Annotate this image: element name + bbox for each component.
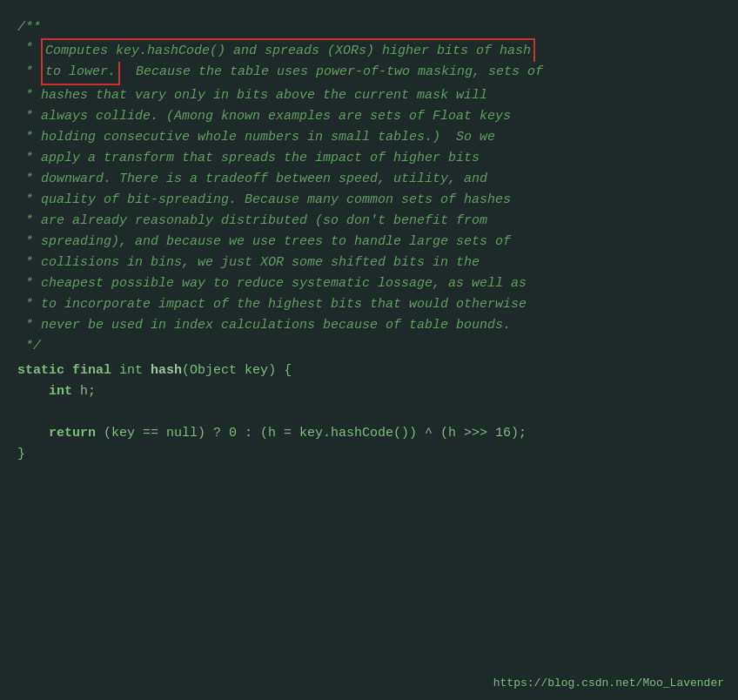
code-line-13: * to incorporate impact of the highest b…	[17, 294, 721, 315]
code-line-12: * cheapest possible way to reduce system…	[17, 273, 721, 294]
highlighted-line-2a: to lower.	[41, 62, 120, 85]
line-prefix-6: *	[17, 148, 41, 169]
code-block: /** * Computes key.hashCode() and spread…	[0, 0, 738, 482]
code-line-10: * spreading), and because we use trees t…	[17, 232, 721, 252]
return-content: (key == null) ? 0 : (h = key.hashCode())…	[96, 423, 527, 444]
line-prefix-9: *	[17, 211, 41, 232]
line-content-8: quality of bit-spreading. Because many c…	[41, 190, 511, 211]
line-prefix-3: *	[17, 85, 41, 106]
space2	[111, 360, 119, 381]
line-prefix-8: *	[17, 190, 41, 211]
comment-open: /**	[17, 17, 41, 38]
highlighted-line-2b: Because the table uses power-of-two mask…	[120, 62, 543, 83]
line-prefix-13: *	[17, 294, 41, 315]
line-prefix-1: *	[17, 38, 41, 59]
line-prefix-10: *	[17, 232, 41, 252]
line-prefix-7: *	[17, 169, 41, 190]
code-line-6: * apply a transform that spreads the imp…	[17, 148, 721, 169]
footer-url: https://blog.csdn.net/Moo_Lavender	[493, 676, 724, 690]
line-content-12: cheapest possible way to reduce systemat…	[41, 273, 527, 294]
line-prefix-2: *	[17, 62, 41, 83]
return-line: return (key == null) ? 0 : (h = key.hash…	[17, 423, 721, 444]
keyword-static: static	[17, 360, 64, 381]
method-signature-line: static final int hash(Object key) {	[17, 360, 721, 381]
code-line-11: * collisions in bins, we just XOR some s…	[17, 252, 721, 273]
line-prefix-12: *	[17, 273, 41, 294]
keyword-final: final	[72, 360, 111, 381]
comment-close-line: */	[17, 336, 721, 357]
line-content-14: never be used in index calculations beca…	[41, 315, 511, 336]
line-content-13: to incorporate impact of the highest bit…	[41, 294, 527, 315]
space1	[64, 360, 72, 381]
code-line-9: * are already reasonably distributed (so…	[17, 211, 721, 232]
line-content-6: apply a transform that spreads the impac…	[41, 148, 480, 169]
line-prefix-14: *	[17, 315, 41, 336]
line-prefix-4: *	[17, 106, 41, 127]
comment-open-line: /**	[17, 17, 721, 38]
line-content-7: downward. There is a tradeoff between sp…	[41, 169, 487, 190]
method-name: hash	[151, 360, 182, 381]
line-content-3: hashes that vary only in bits above the …	[41, 85, 487, 106]
line-content-10: spreading), and because we use trees to …	[41, 232, 511, 252]
code-line-8: * quality of bit-spreading. Because many…	[17, 190, 721, 211]
space3	[143, 360, 151, 381]
line-content-11: collisions in bins, we just XOR some shi…	[41, 252, 480, 273]
line-content-4: always collide. (Among known examples ar…	[41, 106, 511, 127]
body-indent-1	[17, 381, 49, 402]
code-line-14: * never be used in index calculations be…	[17, 315, 721, 336]
blank-line	[17, 402, 721, 423]
code-line-3: * hashes that vary only in bits above th…	[17, 85, 721, 106]
line-prefix-5: *	[17, 127, 41, 148]
line-content-9: are already reasonably distributed (so d…	[41, 211, 487, 232]
var-h: h;	[72, 381, 96, 402]
body-line-1: int h;	[17, 381, 721, 402]
keyword-return: return	[49, 423, 96, 444]
line-prefix-11: *	[17, 252, 41, 273]
closing-brace: }	[17, 444, 25, 465]
keyword-int: int	[119, 360, 143, 381]
keyword-int: int	[49, 381, 72, 402]
code-line-1: * Computes key.hashCode() and spreads (X…	[17, 38, 721, 62]
closing-brace-line: }	[17, 444, 721, 465]
code-line-2: * to lower. Because the table uses power…	[17, 62, 721, 85]
code-line-4: * always collide. (Among known examples …	[17, 106, 721, 127]
code-line-7: * downward. There is a tradeoff between …	[17, 169, 721, 190]
method-params: (Object key) {	[182, 360, 292, 381]
highlighted-line-1: Computes key.hashCode() and spreads (XOR…	[41, 38, 535, 62]
line-content-5: holding consecutive whole numbers in sma…	[41, 127, 495, 148]
comment-close: */	[17, 336, 41, 357]
code-line-5: * holding consecutive whole numbers in s…	[17, 127, 721, 148]
return-indent	[17, 423, 49, 444]
